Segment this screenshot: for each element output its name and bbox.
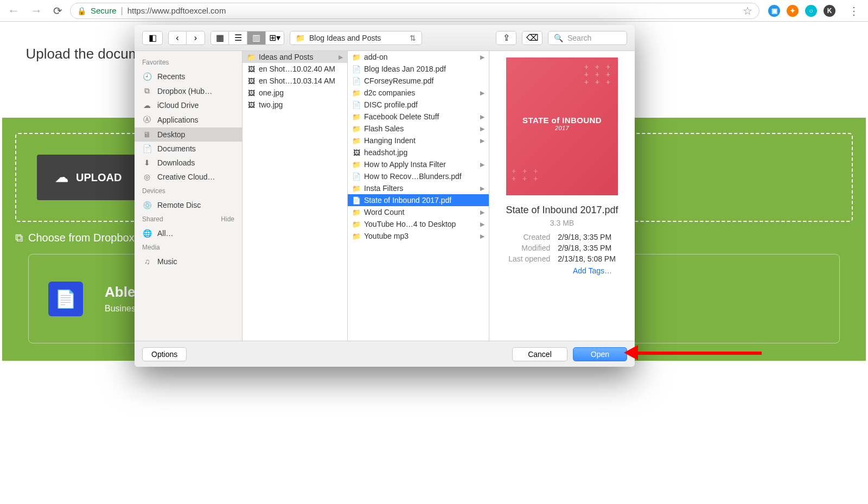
lock-icon: 🔒 [77, 7, 86, 15]
view-icon-button[interactable]: ▦ [210, 31, 229, 45]
sidebar-item[interactable]: ◎Creative Cloud… [135, 170, 242, 184]
sidebar-item-label: Applications [157, 116, 199, 124]
sidebar-header-media: Media [135, 240, 242, 254]
finder-preview-pane: + + ++ + ++ + + + + ++ + + STATE of INBO… [489, 51, 635, 341]
sidebar-item-icon: ♫ [142, 257, 152, 266]
folder-icon: 📁 [352, 53, 361, 61]
folder-icon: 📁 [352, 184, 361, 193]
file-list-item[interactable]: 📁Facebook Delete Stuff▶ [348, 111, 489, 123]
extension-icon[interactable]: ✦ [787, 5, 799, 17]
finder-column-1: 📁Ideas and Posts▶🖼en Shot…10.02.40 AM🖼en… [242, 51, 348, 341]
folder-icon: 📁 [352, 113, 361, 121]
file-list-item[interactable]: 📁How to Apply Insta Filter▶ [348, 158, 489, 170]
path-label: Blog Ideas and Posts [309, 34, 381, 42]
view-list-button[interactable]: ☰ [229, 31, 247, 45]
path-dropdown[interactable]: 📁 Blog Ideas and Posts ⇅ [290, 31, 422, 45]
tags-button[interactable]: ⌫ [522, 31, 542, 45]
finder-toolbar: ◧ ‹ › ▦ ☰ ▥ ⊞▾ 📁 Blog Ideas and Posts ⇅ … [135, 25, 635, 51]
finder-sidebar: Favorites 🕘Recents⧉Dropbox (Hub…☁iCloud … [135, 51, 242, 341]
disclosure-arrow-icon: ▶ [480, 125, 484, 132]
sidebar-item[interactable]: 🌐All… [135, 226, 242, 240]
file-label: one.jpg [259, 88, 284, 97]
disclosure-arrow-icon: ▶ [480, 221, 484, 228]
bookmark-star-icon[interactable]: ☆ [743, 4, 752, 17]
folder-icon: 📁 [352, 161, 361, 169]
file-list-item[interactable]: 🖼en Shot…10.03.14 AM [242, 75, 347, 87]
sidebar-item[interactable]: ♫Music [135, 254, 242, 269]
address-bar[interactable]: 🔒 Secure | https://www.pdftoexcel.com ☆ [70, 3, 760, 19]
nav-forward-button[interactable]: › [187, 31, 205, 45]
sidebar-item-icon: 📄 [142, 144, 152, 153]
file-list-item[interactable]: 📁Insta Filters▶ [348, 182, 489, 194]
sidebar-item-icon: 💿 [142, 201, 152, 209]
file-list-item[interactable]: 📄DISC profile.pdf [348, 99, 489, 111]
file-list-item[interactable]: 🖼headshot.jpg [348, 146, 489, 158]
file-label: YouTube Ho…4 to Desktop [364, 220, 456, 228]
page-content: Upload the docume ______________________… [0, 22, 868, 504]
sidebar-item[interactable]: ⒶApplications [135, 112, 242, 127]
file-label: Youtube mp3 [364, 232, 409, 240]
file-list-item[interactable]: 📄How to Recov…Blunders.pdf [348, 170, 489, 182]
sidebar-item[interactable]: ☁iCloud Drive [135, 98, 242, 112]
sidebar-item[interactable]: 📄Documents [135, 142, 242, 156]
finder-search-input[interactable]: 🔍 Search [548, 31, 627, 45]
view-gallery-button[interactable]: ⊞▾ [266, 31, 284, 45]
file-list-item[interactable]: 📁Youtube mp3▶ [348, 230, 489, 242]
cloud-upload-icon: ☁ [55, 170, 68, 185]
sidebar-item-label: Recents [157, 72, 185, 81]
browser-menu-icon[interactable]: ⋮ [844, 4, 864, 17]
file-list-item[interactable]: 📁d2c companies▶ [348, 87, 489, 99]
open-button[interactable]: Open [573, 347, 627, 361]
file-list-item[interactable]: 📁add-on▶ [348, 51, 489, 63]
file-list-item[interactable]: 📁Hanging Indent▶ [348, 135, 489, 146]
reload-icon[interactable]: ⟳ [50, 4, 66, 17]
nav-back-icon[interactable]: ← [4, 4, 23, 18]
cancel-button[interactable]: Cancel [512, 347, 567, 361]
file-list-item[interactable]: 📁Flash Sales▶ [348, 123, 489, 135]
file-label: Flash Sales [364, 124, 404, 133]
sidebar-item-label: Dropbox (Hub… [157, 87, 212, 95]
extension-icon[interactable]: ▣ [768, 5, 780, 17]
preview-metadata: Created2/9/18, 3:35 PM Modified2/9/18, 3… [508, 233, 616, 263]
disclosure-arrow-icon: ▶ [480, 54, 484, 61]
extension-icon[interactable]: ○ [805, 5, 817, 17]
sidebar-item[interactable]: ⧉Dropbox (Hub… [135, 84, 242, 98]
sidebar-toggle-button[interactable]: ◧ [142, 31, 163, 45]
file-list-item[interactable]: 📄CForseyResume.pdf [348, 75, 489, 87]
upload-button[interactable]: ☁ UPLOAD [37, 155, 140, 200]
sidebar-item-icon: ⧉ [142, 86, 152, 95]
file-open-dialog: ◧ ‹ › ▦ ☰ ▥ ⊞▾ 📁 Blog Ideas and Posts ⇅ … [135, 25, 635, 367]
nav-forward-icon[interactable]: → [27, 4, 46, 18]
file-list-item[interactable]: 📄Blog Ideas Jan 2018.pdf [348, 63, 489, 75]
file-list-item[interactable]: 🖼two.jpg [242, 99, 347, 111]
folder-icon: 📁 [352, 208, 361, 216]
file-list-item[interactable]: 📁YouTube Ho…4 to Desktop▶ [348, 218, 489, 230]
file-list-item[interactable]: 🖼en Shot…10.02.40 AM [242, 63, 347, 75]
add-tags-link[interactable]: Add Tags… [499, 266, 625, 275]
file-list-item[interactable]: 📁Ideas and Posts▶ [242, 51, 347, 63]
pdf-file-icon: 📄 [352, 101, 361, 109]
disclosure-arrow-icon: ▶ [480, 209, 484, 216]
file-label: Blog Ideas Jan 2018.pdf [364, 65, 446, 73]
file-list-item[interactable]: 📄State of Inbound 2017.pdf [348, 194, 489, 206]
url-text: https://www.pdftoexcel.com [127, 6, 226, 15]
image-file-icon: 🖼 [247, 89, 256, 97]
share-button[interactable]: ⇪ [496, 31, 516, 45]
file-list-item[interactable]: 📁Word Count▶ [348, 206, 489, 218]
file-label: DISC profile.pdf [364, 100, 418, 109]
search-icon: 🔍 [554, 34, 563, 42]
extension-avatar-icon[interactable]: K [824, 5, 835, 17]
sidebar-item-icon: ◎ [142, 173, 152, 181]
nav-back-button[interactable]: ‹ [168, 31, 187, 45]
sidebar-item[interactable]: 🖥Desktop [135, 127, 242, 142]
pdf-file-icon: 📄 [352, 196, 361, 205]
options-button[interactable]: Options [142, 347, 187, 361]
hide-link[interactable]: Hide [221, 215, 234, 223]
folder-icon: 📁 [352, 220, 361, 228]
image-file-icon: 🖼 [247, 101, 256, 109]
sidebar-item[interactable]: 🕘Recents [135, 69, 242, 84]
view-column-button[interactable]: ▥ [247, 31, 266, 45]
sidebar-item[interactable]: ⬇Downloads [135, 156, 242, 170]
file-list-item[interactable]: 🖼one.jpg [242, 87, 347, 99]
sidebar-item[interactable]: 💿Remote Disc [135, 198, 242, 212]
